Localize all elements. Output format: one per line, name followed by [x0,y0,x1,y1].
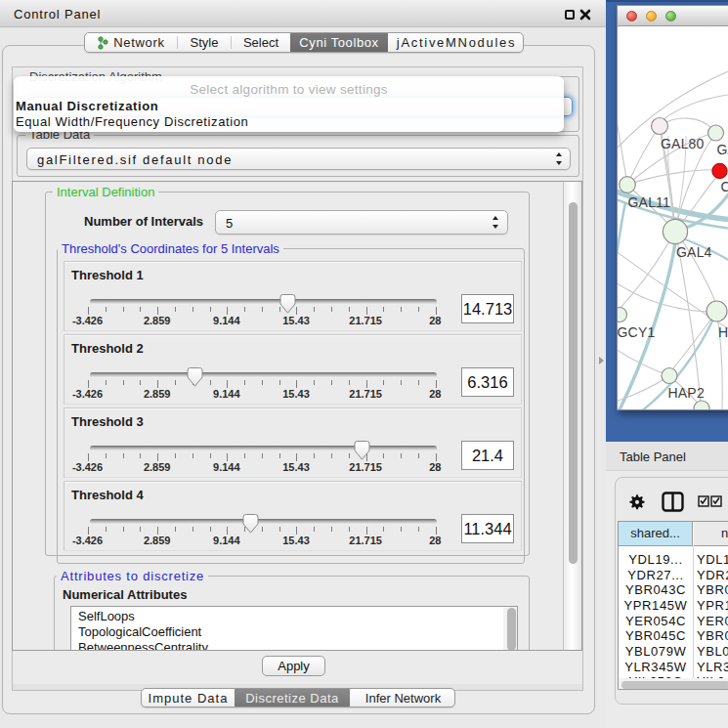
svg-text:HAP2: HAP2 [668,385,705,401]
svg-text:GA: GA [717,142,728,157]
svg-text:C: C [721,179,728,194]
svg-text:GAL4: GAL4 [676,244,712,260]
svg-text:H: H [718,324,728,340]
svg-text:GAL80: GAL80 [661,136,705,151]
svg-text:GCY1: GCY1 [618,324,655,340]
svg-text:GAL11: GAL11 [628,194,671,210]
